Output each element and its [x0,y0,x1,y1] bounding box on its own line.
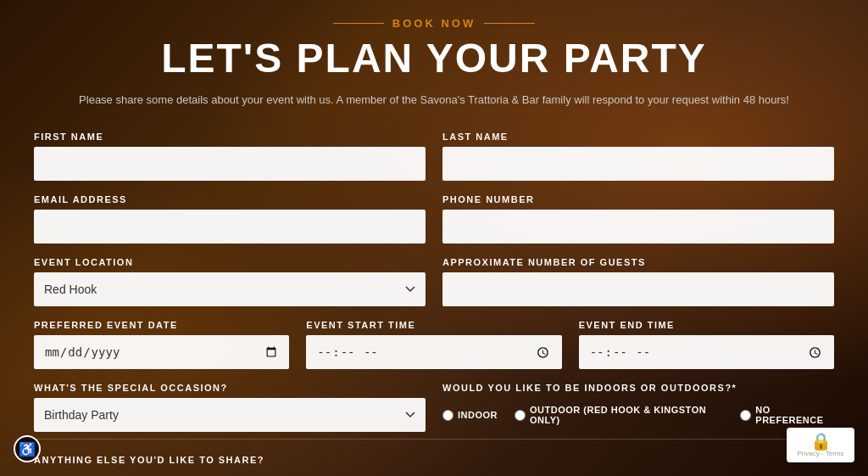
page-title: LET'S PLAN YOUR PARTY [34,36,834,81]
accessibility-button[interactable]: ♿ [14,435,41,462]
anything-else-label: ANYTHING ELSE YOU'D LIKE TO SHARE? [34,455,264,465]
indoor-option-label: INDOOR [458,410,498,420]
start-time-group: EVENT START TIME [306,320,561,369]
page-subtitle: Please share some details about your eve… [34,92,834,109]
indoor-radio[interactable] [442,410,453,421]
end-time-group: EVENT END TIME [579,320,834,369]
start-time-label: EVENT START TIME [306,320,561,330]
phone-group: PHONE NUMBER [442,194,834,244]
occasion-select[interactable]: Birthday Party Anniversary Corporate Eve… [34,398,426,432]
end-time-label: EVENT END TIME [579,320,834,330]
start-time-input[interactable] [306,335,561,369]
no-preference-option[interactable]: NO PREFERENCE [740,405,834,425]
book-now-label: BOOK NOW [34,17,834,30]
guests-label: APPROXIMATE NUMBER OF GUESTS [442,257,834,267]
preferred-date-group: PREFERRED EVENT DATE [34,320,289,369]
preferred-date-label: PREFERRED EVENT DATE [34,320,289,330]
outdoor-radio[interactable] [515,410,526,421]
first-name-group: FIRST NAME [34,132,426,181]
outdoor-option-label: OUTDOOR (RED HOOK & KINGSTON ONLY) [530,405,723,425]
last-name-group: LAST NAME [442,132,834,181]
no-preference-radio[interactable] [740,410,751,421]
booking-form: FIRST NAME LAST NAME EMAIL ADDRESS PHONE… [34,132,834,467]
indoor-outdoor-group: WOULD YOU LIKE TO BE INDOORS OR OUTDOORS… [442,383,834,432]
guests-input[interactable] [442,272,834,306]
indoor-option[interactable]: INDOOR [442,410,498,421]
no-preference-option-label: NO PREFERENCE [755,405,834,425]
last-name-input[interactable] [442,147,834,181]
outdoor-option[interactable]: OUTDOOR (RED HOOK & KINGSTON ONLY) [515,405,723,425]
accessibility-icon: ♿ [19,441,36,457]
first-name-label: FIRST NAME [34,132,426,142]
email-input[interactable] [34,210,426,244]
radio-options-row: INDOOR OUTDOOR (RED HOOK & KINGSTON ONLY… [442,398,834,432]
event-location-group: EVENT LOCATION Red Hook Kingston Other [34,257,426,306]
occasion-group: WHAT'S THE SPECIAL OCCASION? Birthday Pa… [34,383,426,432]
event-location-select[interactable]: Red Hook Kingston Other [34,272,426,306]
contact-row: EMAIL ADDRESS PHONE NUMBER [34,194,834,244]
first-name-input[interactable] [34,147,426,181]
indoor-outdoor-label: WOULD YOU LIKE TO BE INDOORS OR OUTDOORS… [442,383,834,393]
occasion-label: WHAT'S THE SPECIAL OCCASION? [34,383,426,393]
recaptcha-badge: 🔒 Privacy - Terms [787,428,854,462]
recaptcha-logo: 🔒 [793,433,848,450]
email-group: EMAIL ADDRESS [34,194,426,244]
end-time-input[interactable] [579,335,834,369]
recaptcha-label: Privacy - Terms [793,450,848,457]
location-guests-row: EVENT LOCATION Red Hook Kingston Other A… [34,257,834,306]
guests-group: APPROXIMATE NUMBER OF GUESTS [442,257,834,306]
anything-else-row: ANYTHING ELSE YOU'D LIKE TO SHARE? [34,439,834,467]
event-location-label: EVENT LOCATION [34,257,426,267]
preferred-date-input[interactable] [34,335,289,369]
phone-input[interactable] [442,210,834,244]
last-name-label: LAST NAME [442,132,834,142]
datetime-row: PREFERRED EVENT DATE EVENT START TIME EV… [34,320,834,369]
occasion-indoor-row: WHAT'S THE SPECIAL OCCASION? Birthday Pa… [34,383,834,432]
name-row: FIRST NAME LAST NAME [34,132,834,181]
email-label: EMAIL ADDRESS [34,194,426,204]
phone-label: PHONE NUMBER [442,194,834,204]
